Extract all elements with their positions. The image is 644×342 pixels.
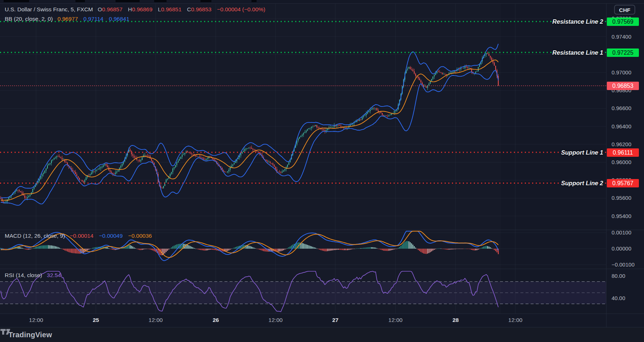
session-tint: [0, 3, 501, 314]
rsi-guides: [0, 281, 606, 304]
chart-canvas[interactable]: [0, 0, 644, 342]
tradingview-chart-window: U.S. Dollar / Swiss Franc, 5, FXCM O0.96…: [0, 0, 644, 342]
